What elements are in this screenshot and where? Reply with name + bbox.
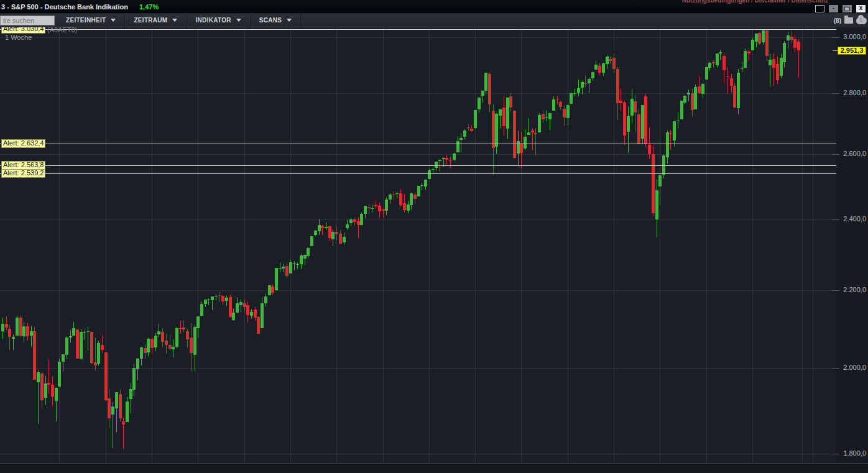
chevron-down-icon (236, 19, 241, 22)
change-percent: 1,47% (139, 3, 159, 11)
window-title: 3 - S&P 500 - Deutsche Bank Indikation (1, 3, 128, 11)
candlestick-chart[interactable] (0, 0, 868, 473)
close-button[interactable]: x (856, 5, 866, 12)
toolbar: ZEITEINHEIT ZEITRAUM INDIKATOR SCANS (8) (0, 14, 868, 27)
menu-scans[interactable]: SCANS (251, 14, 302, 27)
restore-button[interactable] (843, 5, 852, 12)
menu-zeitraum-label: ZEITRAUM (134, 17, 167, 24)
menu-zeitraum[interactable]: ZEITRAUM (125, 14, 187, 27)
legal-links[interactable]: Nutzungsbedingungen / Disclaimer / Daten… (682, 0, 828, 4)
menu-indikator[interactable]: INDIKATOR (187, 14, 250, 27)
alert-label[interactable]: Alert: 2.539,2 (1, 169, 45, 178)
chevron-down-icon (111, 19, 116, 22)
menu-zeiteinheit-label: ZEITEINHEIT (66, 17, 106, 24)
x-axis (0, 463, 868, 473)
price-badge: 2.951,3 (838, 47, 866, 55)
cloud-upload-icon[interactable] (856, 17, 867, 24)
chevron-down-icon (172, 19, 177, 22)
timeframe-label: 1 Woche (5, 34, 32, 41)
title-bar: 3 - S&P 500 - Deutsche Bank Indikation 1… (0, 0, 868, 14)
workspace-count: (8) (834, 17, 841, 24)
menu-scans-label: SCANS (259, 17, 282, 24)
search-input[interactable] (0, 16, 55, 25)
menu-indikator-label: INDIKATOR (195, 17, 231, 24)
folder-icon[interactable] (844, 17, 853, 24)
minimize-button[interactable]: - (829, 5, 838, 12)
chevron-down-icon (287, 19, 292, 22)
maximize-button[interactable] (815, 5, 824, 12)
instrument-code: (A0AET0) (47, 26, 77, 34)
alert-label[interactable]: Alert: 2.632,4 (1, 139, 45, 148)
alert-label[interactable]: Alert: 2.563,8 (1, 161, 45, 170)
menu-zeiteinheit[interactable]: ZEITEINHEIT (57, 14, 125, 27)
